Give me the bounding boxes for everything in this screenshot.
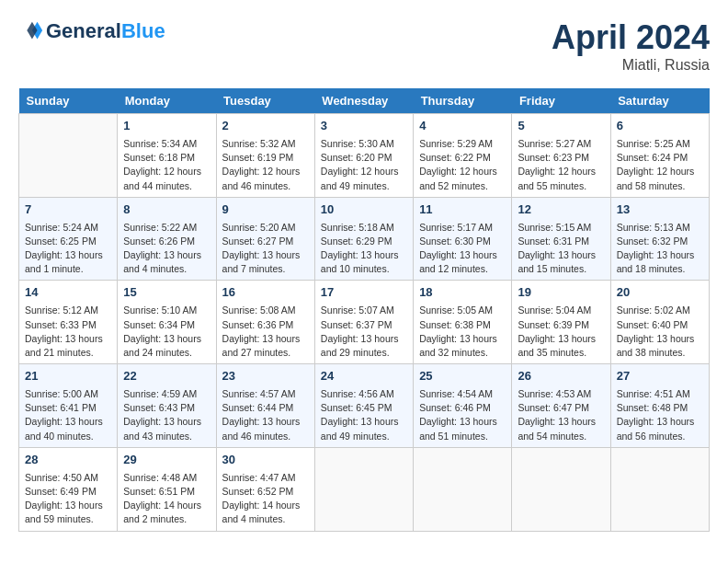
day-info-line: Sunset: 6:19 PM: [222, 151, 309, 165]
day-info-line: Sunrise: 5:30 AM: [321, 137, 407, 151]
logo-text: GeneralBlue: [46, 20, 165, 42]
calendar-cell: 2Sunrise: 5:32 AMSunset: 6:19 PMDaylight…: [216, 114, 314, 198]
day-info-line: Daylight: 13 hours: [25, 415, 111, 429]
calendar-cell: 3Sunrise: 5:30 AMSunset: 6:20 PMDaylight…: [314, 114, 413, 198]
weekday-header: Wednesday: [314, 88, 413, 114]
day-info-line: and 49 minutes.: [321, 430, 407, 443]
day-info-line: Daylight: 13 hours: [419, 248, 506, 262]
calendar-cell: 24Sunrise: 4:56 AMSunset: 6:45 PMDayligh…: [314, 364, 413, 448]
day-info-line: Daylight: 13 hours: [25, 499, 111, 512]
day-info-line: and 29 minutes.: [321, 346, 407, 360]
day-info-line: and 43 minutes.: [123, 430, 210, 443]
day-info-line: and 58 minutes.: [617, 179, 703, 193]
day-info-line: and 40 minutes.: [25, 430, 111, 443]
calendar-cell: 9Sunrise: 5:20 AMSunset: 6:27 PMDaylight…: [216, 197, 314, 281]
day-info-line: and 12 minutes.: [419, 262, 506, 276]
day-info-line: Sunset: 6:45 PM: [321, 401, 407, 415]
day-info-line: Daylight: 12 hours: [419, 165, 506, 178]
day-info-line: Daylight: 12 hours: [321, 165, 407, 178]
day-number: 25: [419, 368, 506, 385]
calendar-week-row: 14Sunrise: 5:12 AMSunset: 6:33 PMDayligh…: [19, 281, 710, 364]
day-info-line: Daylight: 13 hours: [25, 332, 111, 346]
day-info-line: Sunrise: 4:56 AM: [321, 387, 407, 401]
day-info-line: Daylight: 13 hours: [617, 332, 703, 346]
calendar-cell: 20Sunrise: 5:02 AMSunset: 6:40 PMDayligh…: [610, 281, 709, 364]
day-info-line: Sunset: 6:38 PM: [419, 318, 506, 332]
day-info-line: Daylight: 12 hours: [222, 165, 309, 178]
day-number: 2: [222, 118, 309, 135]
day-info-line: Sunrise: 5:00 AM: [25, 387, 111, 401]
day-info-line: Sunset: 6:40 PM: [617, 318, 703, 332]
day-info-line: Daylight: 13 hours: [617, 248, 703, 262]
logo-icon: [18, 18, 44, 44]
calendar-cell: 26Sunrise: 4:53 AMSunset: 6:47 PMDayligh…: [512, 364, 610, 448]
title-section: April 2024 Miatli, Russia: [552, 18, 710, 74]
day-info-line: Sunset: 6:29 PM: [321, 235, 407, 248]
day-info-line: and 18 minutes.: [617, 262, 703, 276]
weekday-header: Tuesday: [216, 88, 314, 114]
day-info-line: Sunrise: 5:08 AM: [222, 304, 309, 317]
calendar-cell: 8Sunrise: 5:22 AMSunset: 6:26 PMDaylight…: [118, 197, 216, 281]
day-number: 12: [518, 201, 604, 219]
day-info-line: Daylight: 13 hours: [25, 248, 111, 262]
day-info-line: and 4 minutes.: [222, 512, 309, 526]
day-info-line: Daylight: 13 hours: [518, 248, 604, 262]
day-info-line: Sunrise: 5:05 AM: [419, 304, 506, 317]
calendar-cell: 16Sunrise: 5:08 AMSunset: 6:36 PMDayligh…: [216, 281, 314, 364]
day-number: 19: [518, 284, 604, 302]
calendar-cell: 23Sunrise: 4:57 AMSunset: 6:44 PMDayligh…: [216, 364, 314, 448]
day-info-line: Sunrise: 4:48 AM: [123, 471, 210, 485]
day-number: 28: [25, 452, 111, 469]
day-info-line: Sunrise: 5:15 AM: [518, 221, 604, 235]
day-number: 30: [222, 452, 309, 469]
weekday-header: Monday: [118, 88, 216, 114]
day-info-line: Daylight: 13 hours: [419, 332, 506, 346]
day-info-line: Sunrise: 5:12 AM: [25, 304, 111, 317]
calendar-week-row: 7Sunrise: 5:24 AMSunset: 6:25 PMDaylight…: [19, 197, 710, 281]
calendar-cell: 10Sunrise: 5:18 AMSunset: 6:29 PMDayligh…: [314, 197, 413, 281]
day-info-line: Daylight: 12 hours: [518, 165, 604, 178]
day-number: 24: [321, 368, 407, 385]
day-info-line: Sunrise: 4:47 AM: [222, 471, 309, 485]
day-info-line: Sunset: 6:37 PM: [321, 318, 407, 332]
day-number: 20: [617, 284, 703, 302]
day-info-line: Sunrise: 5:32 AM: [222, 137, 309, 151]
day-info-line: and 55 minutes.: [518, 179, 604, 193]
day-info-line: and 59 minutes.: [25, 512, 111, 526]
day-info-line: Sunrise: 5:24 AM: [25, 221, 111, 235]
day-number: 6: [617, 118, 703, 135]
day-number: 8: [123, 201, 210, 219]
day-info-line: Sunset: 6:26 PM: [123, 235, 210, 248]
day-info-line: Daylight: 13 hours: [222, 332, 309, 346]
day-info-line: Sunset: 6:39 PM: [518, 318, 604, 332]
weekday-header: Saturday: [610, 88, 709, 114]
day-info-line: Sunrise: 4:54 AM: [419, 387, 506, 401]
calendar-week-row: 21Sunrise: 5:00 AMSunset: 6:41 PMDayligh…: [19, 364, 710, 448]
day-info-line: Sunset: 6:23 PM: [518, 151, 604, 165]
day-info-line: Sunset: 6:22 PM: [419, 151, 506, 165]
day-info-line: Sunrise: 4:51 AM: [617, 387, 703, 401]
day-info-line: Daylight: 13 hours: [123, 332, 210, 346]
day-info-line: and 51 minutes.: [419, 430, 506, 443]
day-info-line: Sunrise: 5:34 AM: [123, 137, 210, 151]
calendar-cell: 21Sunrise: 5:00 AMSunset: 6:41 PMDayligh…: [19, 364, 118, 448]
calendar-cell: 22Sunrise: 4:59 AMSunset: 6:43 PMDayligh…: [118, 364, 216, 448]
day-info-line: Sunset: 6:41 PM: [25, 401, 111, 415]
day-info-line: and 46 minutes.: [222, 430, 309, 443]
day-number: 4: [419, 118, 506, 135]
calendar-cell: 14Sunrise: 5:12 AMSunset: 6:33 PMDayligh…: [19, 281, 118, 364]
day-info-line: Daylight: 14 hours: [123, 499, 210, 512]
day-info-line: Sunset: 6:32 PM: [617, 235, 703, 248]
day-number: 13: [617, 201, 703, 219]
day-number: 11: [419, 201, 506, 219]
day-info-line: and 38 minutes.: [617, 346, 703, 360]
calendar-week-row: 1Sunrise: 5:34 AMSunset: 6:18 PMDaylight…: [19, 114, 710, 198]
day-info-line: and 4 minutes.: [123, 262, 210, 276]
calendar-cell: 6Sunrise: 5:25 AMSunset: 6:24 PMDaylight…: [610, 114, 709, 198]
day-number: 26: [518, 368, 604, 385]
calendar-cell: [314, 447, 413, 531]
day-info-line: Daylight: 13 hours: [321, 332, 407, 346]
day-info-line: Sunset: 6:31 PM: [518, 235, 604, 248]
calendar-cell: 25Sunrise: 4:54 AMSunset: 6:46 PMDayligh…: [414, 364, 512, 448]
calendar-cell: 11Sunrise: 5:17 AMSunset: 6:30 PMDayligh…: [414, 197, 512, 281]
